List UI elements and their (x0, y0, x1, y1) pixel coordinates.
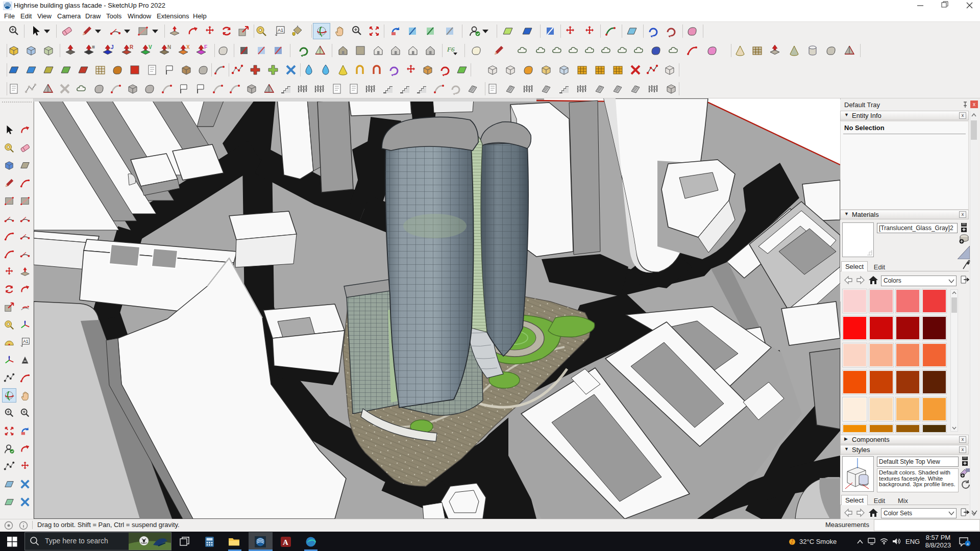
svg-text:J: J (111, 44, 114, 50)
svg-text:F6: F6 (447, 45, 455, 53)
svg-text:F: F (204, 44, 207, 50)
svg-text:=: = (92, 44, 95, 50)
svg-text:R: R (130, 44, 134, 50)
svg-text:V: V (149, 44, 152, 50)
svg-text:A1: A1 (23, 339, 29, 344)
svg-text:X: X (186, 44, 190, 50)
svg-text:A: A (283, 538, 288, 546)
svg-text:N: N (167, 44, 171, 50)
svg-text:4: 4 (967, 542, 969, 546)
svg-text:A1: A1 (278, 28, 283, 33)
